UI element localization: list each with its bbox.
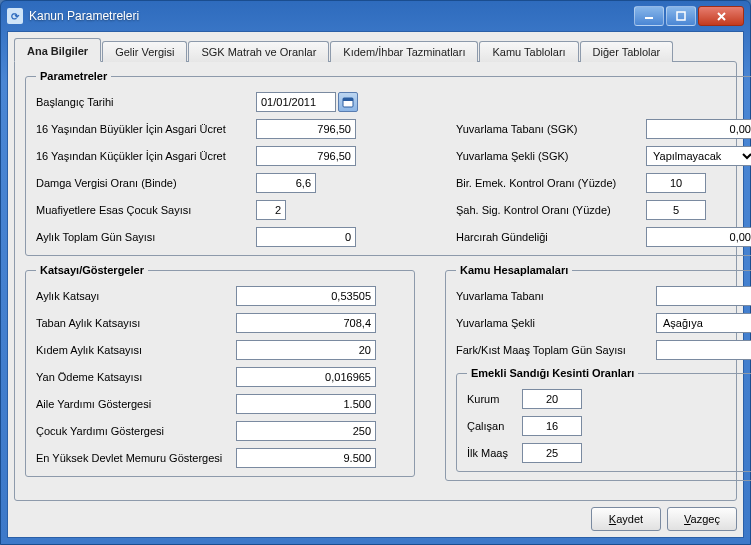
calendar-icon[interactable] bbox=[338, 92, 358, 112]
yuvarlama-taban-sgk-label: Yuvarlama Tabanı (SGK) bbox=[456, 123, 646, 135]
tab-kamu-tablolari[interactable]: Kamu Tabloları bbox=[479, 41, 578, 62]
baslangic-tarihi-label: Başlangıç Tarihi bbox=[36, 96, 256, 108]
aylik-katsayi-label: Aylık Katsayı bbox=[36, 290, 236, 302]
window-controls bbox=[634, 6, 744, 26]
kh-yuvarlama-sekli-label: Yuvarlama Şekli bbox=[456, 317, 656, 329]
asgari-kucuk-label: 16 Yaşından Küçükler İçin Asgari Ücret bbox=[36, 150, 256, 162]
vazgec-button[interactable]: Vazgeç bbox=[667, 507, 737, 531]
taban-aylik-input[interactable] bbox=[236, 313, 376, 333]
aylik-gun-input[interactable] bbox=[256, 227, 356, 247]
asgari-kucuk-input[interactable] bbox=[256, 146, 356, 166]
asgari-buyuk-label: 16 Yaşından Büyükler İçin Asgari Ücret bbox=[36, 123, 256, 135]
en-yuksek-input[interactable] bbox=[236, 448, 376, 468]
tab-sgk-matrah[interactable]: SGK Matrah ve Oranlar bbox=[188, 41, 329, 62]
app-icon: ⟳ bbox=[7, 8, 23, 24]
yan-odeme-label: Yan Ödeme Katsayısı bbox=[36, 371, 236, 383]
tab-content: Parametreler Başlangıç Tarihi 16 Yaşında… bbox=[14, 61, 737, 501]
yuvarlama-taban-sgk-input[interactable] bbox=[646, 119, 751, 139]
yuvarlama-sekli-sgk-select[interactable]: Yapılmayacak bbox=[646, 146, 751, 166]
yan-odeme-input[interactable] bbox=[236, 367, 376, 387]
damga-input[interactable] bbox=[256, 173, 316, 193]
sah-sig-input[interactable] bbox=[646, 200, 706, 220]
sah-sig-label: Şah. Sig. Kontrol Oranı (Yüzde) bbox=[456, 204, 646, 216]
harcirah-label: Harcırah Gündeliği bbox=[456, 231, 646, 243]
tab-ana-bilgiler[interactable]: Ana Bilgiler bbox=[14, 38, 101, 62]
en-yuksek-label: En Yüksek Devlet Memuru Göstergesi bbox=[36, 452, 236, 464]
katsayi-group: Katsayı/Göstergeler Aylık Katsayı Taban … bbox=[25, 264, 415, 477]
es-ilk-maas-label: İlk Maaş bbox=[467, 447, 522, 459]
tab-gelir-vergisi[interactable]: Gelir Vergisi bbox=[102, 41, 187, 62]
kh-yuvarlama-sekli-select[interactable]: Aşağıya bbox=[656, 313, 751, 333]
muafiyet-label: Muafiyetlere Esas Çocuk Sayısı bbox=[36, 204, 256, 216]
svg-rect-1 bbox=[677, 12, 685, 20]
yuvarlama-sekli-sgk-label: Yuvarlama Şekli (SGK) bbox=[456, 150, 646, 162]
aile-yardim-input[interactable] bbox=[236, 394, 376, 414]
aylik-katsayi-input[interactable] bbox=[236, 286, 376, 306]
es-calisan-input[interactable] bbox=[522, 416, 582, 436]
parametreler-group: Parametreler Başlangıç Tarihi 16 Yaşında… bbox=[25, 70, 751, 256]
emekli-sandigi-legend: Emekli Sandığı Kesinti Oranları bbox=[467, 367, 638, 379]
kaydet-button[interactable]: Kaydet bbox=[591, 507, 661, 531]
harcirah-input[interactable] bbox=[646, 227, 751, 247]
window-title: Kanun Parametreleri bbox=[29, 9, 634, 23]
tab-strip: Ana Bilgiler Gelir Vergisi SGK Matrah ve… bbox=[14, 38, 737, 62]
kh-fark-kist-label: Fark/Kıst Maaş Toplam Gün Sayısı bbox=[456, 344, 656, 356]
katsayi-legend: Katsayı/Göstergeler bbox=[36, 264, 148, 276]
kamu-hesap-legend: Kamu Hesaplamaları bbox=[456, 264, 572, 276]
app-window: ⟳ Kanun Parametreleri Ana Bilgiler Gelir… bbox=[0, 0, 751, 545]
muafiyet-input[interactable] bbox=[256, 200, 286, 220]
kamu-hesap-group: Kamu Hesaplamaları Yuvarlama Tabanı Yuva… bbox=[445, 264, 751, 481]
kh-fark-kist-input[interactable] bbox=[656, 340, 751, 360]
asgari-buyuk-input[interactable] bbox=[256, 119, 356, 139]
titlebar[interactable]: ⟳ Kanun Parametreleri bbox=[1, 1, 750, 31]
minimize-button[interactable] bbox=[634, 6, 664, 26]
kidem-aylik-input[interactable] bbox=[236, 340, 376, 360]
svg-rect-5 bbox=[343, 98, 353, 101]
es-ilk-maas-input[interactable] bbox=[522, 443, 582, 463]
tab-kidem-ihbar[interactable]: Kıdem/İhbar Tazminatları bbox=[330, 41, 478, 62]
footer-buttons: Kaydet Vazgeç bbox=[14, 501, 737, 531]
kh-yuvarlama-taban-input[interactable] bbox=[656, 286, 751, 306]
kidem-aylik-label: Kıdem Aylık Katsayısı bbox=[36, 344, 236, 356]
close-button[interactable] bbox=[698, 6, 744, 26]
cocuk-yardim-label: Çocuk Yardımı Göstergesi bbox=[36, 425, 236, 437]
aile-yardim-label: Aile Yardımı Göstergesi bbox=[36, 398, 236, 410]
tab-diger-tablolar[interactable]: Diğer Tablolar bbox=[580, 41, 674, 62]
es-kurum-label: Kurum bbox=[467, 393, 522, 405]
kh-yuvarlama-taban-label: Yuvarlama Tabanı bbox=[456, 290, 656, 302]
aylik-gun-label: Aylık Toplam Gün Sayısı bbox=[36, 231, 256, 243]
es-calisan-label: Çalışan bbox=[467, 420, 522, 432]
parametreler-legend: Parametreler bbox=[36, 70, 111, 82]
baslangic-tarihi-input[interactable] bbox=[256, 92, 336, 112]
es-kurum-input[interactable] bbox=[522, 389, 582, 409]
taban-aylik-label: Taban Aylık Katsayısı bbox=[36, 317, 236, 329]
bir-emek-label: Bir. Emek. Kontrol Oranı (Yüzde) bbox=[456, 177, 646, 189]
maximize-button[interactable] bbox=[666, 6, 696, 26]
emekli-sandigi-group: Emekli Sandığı Kesinti Oranları Kurum Ça… bbox=[456, 367, 751, 472]
cocuk-yardim-input[interactable] bbox=[236, 421, 376, 441]
damga-label: Damga Vergisi Oranı (Binde) bbox=[36, 177, 256, 189]
bir-emek-input[interactable] bbox=[646, 173, 706, 193]
client-area: Ana Bilgiler Gelir Vergisi SGK Matrah ve… bbox=[7, 31, 744, 538]
